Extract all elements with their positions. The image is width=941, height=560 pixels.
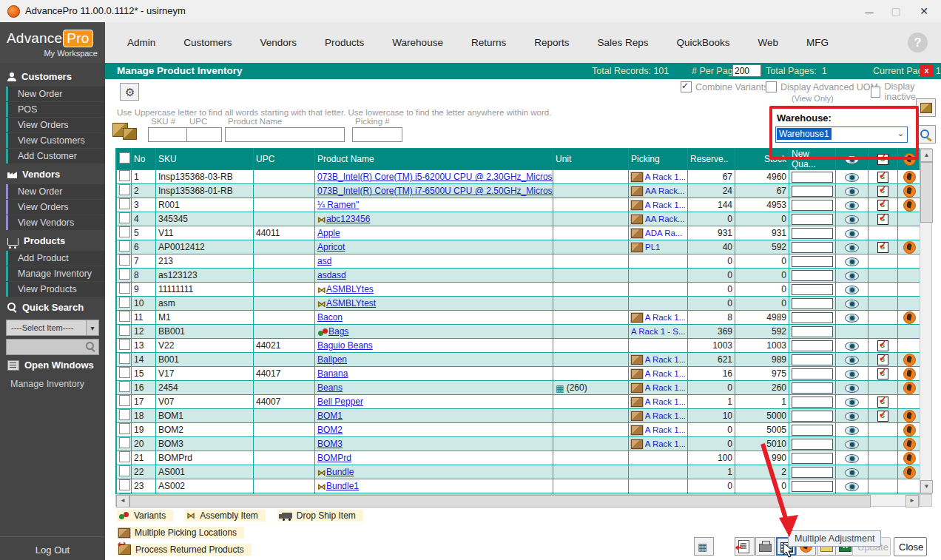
eye-icon[interactable] xyxy=(845,215,859,224)
eye-icon[interactable] xyxy=(845,314,859,323)
product-link[interactable]: Ballpen xyxy=(317,354,347,365)
sidebar-item-products-view-products[interactable]: View Products xyxy=(6,282,105,297)
product-link[interactable]: Bags xyxy=(328,326,348,337)
product-link[interactable]: abc123456 xyxy=(326,214,370,224)
new-quantity-input[interactable] xyxy=(792,340,833,351)
new-quantity-input[interactable] xyxy=(792,481,833,492)
product-link[interactable]: Apricot xyxy=(317,242,345,252)
row-checkbox[interactable] xyxy=(119,269,130,280)
menu-item-returns[interactable]: Returns xyxy=(471,37,506,48)
new-quantity-input[interactable] xyxy=(792,214,833,225)
col-new-quantity[interactable]: New Qua... xyxy=(789,149,836,170)
quick-search-input[interactable] xyxy=(6,339,99,355)
adjustment-icon[interactable] xyxy=(903,368,916,380)
row-checkbox[interactable] xyxy=(119,353,130,364)
new-quantity-input[interactable] xyxy=(792,354,833,365)
picking-location[interactable]: AA Rack... xyxy=(631,186,685,196)
product-link[interactable]: Baguio Beans xyxy=(317,340,373,351)
eye-icon[interactable] xyxy=(845,300,859,308)
adjustment-icon[interactable] xyxy=(903,438,916,451)
new-quantity-input[interactable] xyxy=(792,200,833,211)
col-product-name[interactable]: Product Name xyxy=(315,149,553,170)
menu-item-warehouse[interactable]: Warehouse xyxy=(392,37,443,48)
upc-search-input[interactable] xyxy=(186,127,222,142)
eye-icon[interactable] xyxy=(845,201,859,210)
new-quantity-input[interactable] xyxy=(792,453,833,464)
picking-location[interactable]: A Rack 1... xyxy=(631,200,685,210)
adjustment-icon[interactable] xyxy=(903,171,916,183)
new-quantity-input[interactable] xyxy=(792,186,833,197)
instock-check-icon[interactable] xyxy=(877,214,888,225)
row-checkbox[interactable] xyxy=(119,479,130,490)
transfer-report-button[interactable] xyxy=(735,537,755,556)
picking-location[interactable]: ADA Ra... xyxy=(631,229,685,238)
menu-item-web[interactable]: Web xyxy=(758,37,779,48)
eye-icon[interactable] xyxy=(845,426,859,435)
row-checkbox[interactable] xyxy=(119,395,130,406)
sku-search-input[interactable] xyxy=(148,127,188,142)
row-checkbox[interactable] xyxy=(119,311,130,322)
instock-check-icon[interactable] xyxy=(877,186,888,197)
settings-gear-icon[interactable]: ⚙ xyxy=(120,83,139,101)
row-checkbox[interactable] xyxy=(119,184,130,195)
scroll-left-icon[interactable]: ◄ xyxy=(116,495,129,507)
horizontal-scroll-thumb[interactable] xyxy=(129,495,871,507)
menu-item-customers[interactable]: Customers xyxy=(183,37,232,48)
new-quantity-input[interactable] xyxy=(792,467,833,478)
picking-location[interactable]: A Rack 1... xyxy=(631,383,685,393)
row-checkbox[interactable] xyxy=(119,212,130,223)
adjustment-icon[interactable] xyxy=(903,354,916,366)
row-checkbox[interactable] xyxy=(119,423,130,434)
product-link[interactable]: Bundle xyxy=(326,467,354,477)
new-quantity-input[interactable] xyxy=(792,228,833,239)
col-stock[interactable]: Stock xyxy=(735,149,789,170)
instock-check-icon[interactable] xyxy=(877,397,888,408)
row-checkbox[interactable] xyxy=(119,283,130,294)
row-checkbox[interactable] xyxy=(119,170,130,181)
new-quantity-input[interactable] xyxy=(792,256,833,267)
col-reserve[interactable]: Reserve.. xyxy=(688,149,735,170)
picking-location[interactable]: A Rack 1... xyxy=(631,425,685,435)
eye-icon[interactable] xyxy=(845,356,859,365)
product-link[interactable]: Bell Pepper xyxy=(317,397,363,407)
eye-icon[interactable] xyxy=(845,468,859,477)
product-link[interactable]: ¼ Ramen" xyxy=(317,200,359,210)
product-link[interactable]: Apple xyxy=(317,228,340,238)
product-link[interactable]: Bundle1 xyxy=(326,481,359,491)
new-quantity-input[interactable] xyxy=(792,298,833,309)
adjustment-icon[interactable] xyxy=(903,199,916,212)
vertical-scroll-thumb[interactable] xyxy=(920,162,933,223)
product-link[interactable]: BOM3 xyxy=(317,439,343,449)
product-link[interactable]: BOMPrd xyxy=(317,453,351,463)
col-picking[interactable]: Picking xyxy=(629,149,688,170)
adjustment-icon[interactable] xyxy=(903,452,916,465)
adjustment-icon[interactable] xyxy=(903,410,916,422)
picking-location[interactable]: AA Rack... xyxy=(631,215,685,224)
eye-icon[interactable] xyxy=(845,398,859,407)
help-icon[interactable]: ? xyxy=(908,33,928,53)
eye-icon[interactable] xyxy=(845,370,859,379)
menu-item-vendors[interactable]: Vendors xyxy=(260,37,297,48)
close-button[interactable]: Close xyxy=(894,537,927,556)
row-checkbox[interactable] xyxy=(119,240,130,252)
new-quantity-input[interactable] xyxy=(792,326,833,337)
adjustment-icon[interactable] xyxy=(903,466,916,479)
sidebar-item-vendors-view-vendors[interactable]: View Vendors xyxy=(6,215,105,230)
row-checkbox[interactable] xyxy=(119,325,130,336)
sidebar-item-products-add-product[interactable]: Add Product xyxy=(6,251,105,266)
eye-icon[interactable] xyxy=(845,173,859,182)
col-no[interactable]: No xyxy=(132,149,156,170)
maximize-icon[interactable] xyxy=(885,3,907,19)
new-quantity-input[interactable] xyxy=(792,411,833,422)
row-checkbox[interactable] xyxy=(119,198,130,209)
adjustment-icon[interactable] xyxy=(903,424,916,436)
product-link[interactable]: Beans xyxy=(317,382,343,393)
product-link[interactable]: BOM2 xyxy=(317,425,343,435)
close-page-button[interactable]: x xyxy=(920,64,934,77)
print-button[interactable] xyxy=(755,537,775,556)
eye-icon[interactable] xyxy=(845,412,859,421)
product-link[interactable]: Bacon xyxy=(317,312,343,323)
warehouse-search-icon[interactable] xyxy=(916,125,936,144)
picking-location[interactable]: A Rack 1... xyxy=(631,397,685,407)
product-link[interactable]: asd xyxy=(317,256,331,266)
